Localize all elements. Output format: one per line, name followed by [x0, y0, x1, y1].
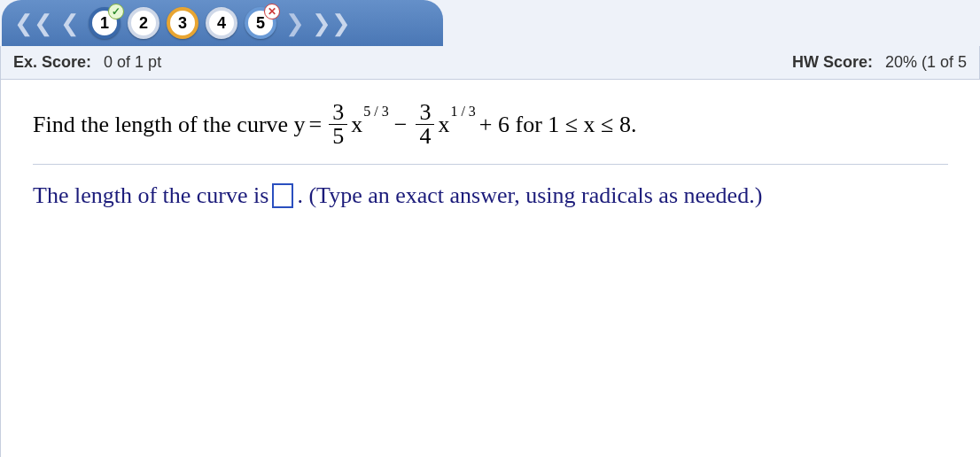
question-step-2[interactable]: 2 — [128, 7, 159, 39]
hw-score-label: HW Score: — [792, 53, 873, 71]
term-2-base: x — [438, 113, 449, 136]
fraction-1-den: 5 — [329, 125, 347, 148]
content-area: Find the length of the curve y = 3 5 x 5… — [0, 80, 980, 457]
hw-score: HW Score: 20% (1 of 5 — [792, 53, 967, 72]
term-2-exp: 1 / 3 — [450, 105, 475, 119]
hw-score-value: 20% (1 of 5 — [885, 53, 967, 71]
exercise-score: Ex. Score: 0 of 1 pt — [13, 53, 161, 72]
cross-icon: ✕ — [264, 4, 280, 19]
minus-sign: − — [394, 111, 408, 138]
nav-first-icon[interactable]: ❮❮ — [12, 10, 55, 37]
fraction-2-den: 4 — [416, 125, 434, 148]
term-2: x 1 / 3 — [438, 113, 475, 136]
problem-statement: Find the length of the curve y = 3 5 x 5… — [33, 101, 948, 165]
nav-prev-icon[interactable]: ❮ — [58, 10, 82, 37]
nav-next-icon[interactable]: ❯ — [284, 10, 307, 37]
answer-prefix: The length of the curve is — [33, 182, 268, 209]
term-1: x 5 / 3 — [351, 113, 388, 136]
question-step-3[interactable]: 3 — [167, 7, 198, 39]
problem-tail: + 6 for 1 ≤ x ≤ 8. — [479, 111, 637, 138]
answer-suffix: . (Type an exact answer, using radicals … — [297, 182, 762, 209]
question-step-1[interactable]: 1✓ — [89, 7, 121, 39]
term-1-exp: 5 / 3 — [363, 105, 388, 119]
question-step-4[interactable]: 4 — [206, 7, 237, 39]
fraction-2: 3 4 — [416, 101, 434, 148]
equals-sign: = — [309, 111, 323, 138]
answer-line: The length of the curve is . (Type an ex… — [33, 182, 948, 209]
score-bar: Ex. Score: 0 of 1 pt HW Score: 20% (1 of… — [0, 46, 980, 80]
fraction-1: 3 5 — [329, 101, 347, 148]
problem-prefix: Find the length of the curve y — [33, 111, 306, 138]
nav-last-icon[interactable]: ❯❯ — [310, 10, 353, 37]
ex-score-label: Ex. Score: — [13, 53, 91, 71]
answer-input[interactable] — [272, 183, 293, 208]
question-nav-bar: ❮❮ ❮ 1✓2345✕ ❯ ❯❯ — [2, 0, 443, 46]
check-icon: ✓ — [108, 4, 124, 19]
fraction-1-num: 3 — [329, 101, 347, 125]
question-step-5[interactable]: 5✕ — [245, 7, 276, 39]
fraction-2-num: 3 — [416, 101, 434, 125]
term-1-base: x — [351, 113, 362, 136]
ex-score-value: 0 of 1 pt — [104, 53, 161, 71]
